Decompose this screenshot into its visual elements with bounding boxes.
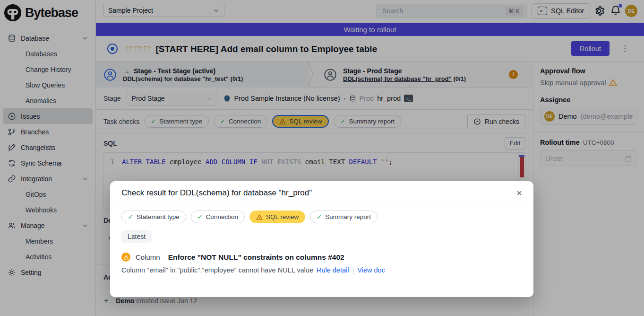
check-pass-icon: ✓ — [197, 213, 203, 220]
finding-detail-text: Column "email" in "public"."employee" ca… — [121, 266, 313, 274]
finding-row: Column Enforce "NOT NULL" constraints on… — [121, 253, 522, 262]
bytebase-app: Bytebase Database Databases Change Histo… — [0, 0, 644, 316]
modal-check-pill-statement-type[interactable]: ✓Statement type — [121, 211, 186, 223]
check-result-modal: Check result for DDL(schema) for databas… — [110, 181, 533, 297]
view-doc-link[interactable]: View doc — [357, 266, 385, 274]
finding-rule-title: Enforce "NOT NULL" constraints on column… — [168, 253, 344, 262]
check-pass-icon: ✓ — [128, 213, 133, 220]
check-pill-label: Statement type — [137, 213, 180, 220]
finding-category: Column — [136, 253, 160, 261]
modal-check-tabs: ✓Statement type ✓Connection SQL review ✓… — [110, 204, 533, 223]
check-warning-icon — [256, 214, 263, 220]
check-pill-label: SQL review — [266, 213, 299, 220]
modal-check-pill-connection[interactable]: ✓Connection — [191, 211, 245, 223]
latest-badge[interactable]: Latest — [121, 230, 152, 243]
check-pass-icon: ✓ — [317, 213, 322, 220]
close-icon[interactable]: × — [516, 188, 522, 198]
rule-detail-link[interactable]: Rule detail — [317, 266, 349, 274]
modal-header: Check result for DDL(schema) for databas… — [110, 181, 533, 204]
finding-warning-icon — [121, 253, 130, 262]
modal-check-pill-summary-report[interactable]: ✓Summary report — [310, 211, 378, 223]
modal-check-pill-sql-review[interactable]: SQL review — [249, 211, 305, 223]
modal-title: Check result for DDL(schema) for databas… — [121, 188, 312, 198]
finding-detail: Column "email" in "public"."employee" ca… — [121, 266, 522, 274]
check-pill-label: Summary report — [325, 213, 371, 220]
link-separator: | — [352, 266, 354, 274]
check-pill-label: Connection — [206, 213, 238, 220]
